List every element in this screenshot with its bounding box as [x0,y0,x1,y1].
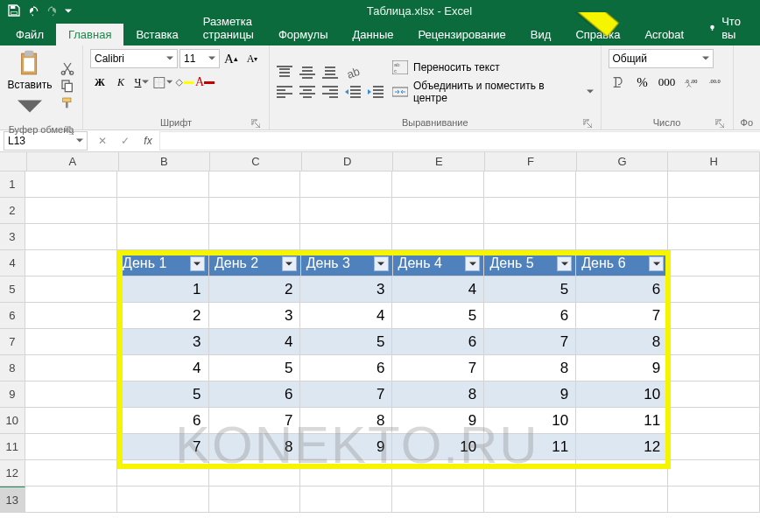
qat-customize-icon[interactable] [65,4,72,18]
italic-button[interactable]: К [111,74,130,91]
wrap-text-button[interactable]: abc Переносить текст [392,60,594,74]
filter-button[interactable] [374,256,389,271]
row-header[interactable]: 12 [0,460,25,486]
font-color-button[interactable]: A [195,74,215,91]
table-cell[interactable]: 11 [576,408,668,434]
table-cell[interactable]: 8 [209,434,301,460]
increase-font-button[interactable]: A▴ [222,50,241,67]
row-header[interactable]: 6 [0,303,25,329]
col-header[interactable]: D [302,152,394,172]
table-cell[interactable]: 2 [209,276,301,303]
row-header[interactable]: 10 [0,408,25,434]
save-icon[interactable] [7,4,21,18]
table-cell[interactable]: 5 [209,355,301,382]
col-header[interactable]: G [577,152,669,172]
tab-insert[interactable]: Вставка [123,24,190,46]
table-cell[interactable]: 8 [300,408,392,434]
table-cell[interactable]: 11 [484,434,576,460]
underline-button[interactable]: Ч [132,74,151,91]
row-header[interactable]: 8 [0,355,25,382]
format-painter-icon[interactable] [60,96,75,110]
fill-color-button[interactable] [174,74,194,91]
align-left-icon[interactable] [277,85,292,99]
row-header[interactable]: 1 [0,172,25,198]
col-header[interactable]: A [27,152,119,172]
table-cell[interactable]: 8 [392,382,484,408]
filter-button[interactable] [190,256,205,271]
table-cell[interactable]: 4 [117,355,209,382]
table-cell[interactable]: 9 [576,355,668,382]
table-cell[interactable]: 9 [392,408,484,434]
table-cell[interactable]: 10 [392,434,484,460]
table-cell[interactable]: 3 [209,303,301,329]
filter-button[interactable] [465,256,480,271]
col-header[interactable]: F [485,152,577,172]
table-cell[interactable]: 3 [117,329,209,355]
align-middle-icon[interactable] [299,66,315,80]
fx-icon[interactable]: fx [140,133,156,149]
align-top-icon[interactable] [277,66,292,80]
tab-formulas[interactable]: Формулы [266,24,341,46]
filter-button[interactable] [282,256,297,271]
filter-button[interactable] [649,256,664,271]
increase-decimal-button[interactable]: .0.00 [682,74,701,91]
table-cell[interactable]: 2 [117,303,209,329]
dialog-launcher-icon[interactable] [583,119,592,128]
table-cell[interactable]: 7 [300,382,392,408]
table-cell[interactable]: 7 [117,434,209,460]
row-header[interactable]: 5 [0,276,25,303]
increase-indent-icon[interactable] [368,85,384,99]
comma-button[interactable]: 000 [658,74,677,91]
table-cell[interactable]: 4 [392,276,484,303]
table-cell[interactable]: 12 [576,434,668,460]
table-cell[interactable]: 6 [117,408,209,434]
table-cell[interactable]: 4 [209,329,301,355]
worksheet-grid[interactable]: A B C D E F G H 1 2 3 4 День 1 День 2 Де… [0,152,760,513]
merge-center-button[interactable]: Объединить и поместить в центре [392,80,594,104]
align-bottom-icon[interactable] [322,66,338,80]
filter-button[interactable] [557,256,572,271]
row-header[interactable]: 2 [0,198,25,224]
bold-button[interactable]: Ж [90,74,109,91]
decrease-indent-icon[interactable] [345,85,361,99]
table-cell[interactable]: 7 [484,329,576,355]
col-header[interactable]: H [668,152,760,172]
accounting-format-button[interactable] [609,74,628,91]
tab-data[interactable]: Данные [341,24,406,46]
orientation-icon[interactable]: ab [345,66,361,80]
decrease-font-button[interactable]: A▾ [243,50,262,67]
row-header[interactable]: 9 [0,382,25,408]
table-cell[interactable]: 9 [300,434,392,460]
table-cell[interactable]: 7 [392,355,484,382]
tab-help[interactable]: Справка [563,24,632,46]
undo-icon[interactable] [26,4,40,18]
table-cell[interactable]: 6 [300,355,392,382]
table-cell[interactable]: 7 [576,303,668,329]
row-header[interactable]: 4 [0,250,25,276]
row-header[interactable]: 13 [0,486,25,513]
row-header[interactable]: 7 [0,329,25,355]
table-cell[interactable]: 8 [484,355,576,382]
tab-file[interactable]: Файл [4,24,56,46]
tab-review[interactable]: Рецензирование [405,24,517,46]
table-cell[interactable]: 6 [576,276,668,303]
dialog-launcher-icon[interactable] [251,119,260,128]
table-cell[interactable]: 4 [300,303,392,329]
table-cell[interactable]: 6 [484,303,576,329]
align-center-icon[interactable] [299,85,315,99]
borders-button[interactable] [153,74,172,91]
select-all-corner[interactable] [0,152,27,172]
table-cell[interactable]: 10 [576,382,668,408]
cut-icon[interactable] [60,61,75,75]
dialog-launcher-icon[interactable] [65,126,74,135]
table-cell[interactable]: 8 [576,329,668,355]
table-cell[interactable]: 7 [209,408,301,434]
copy-icon[interactable] [60,79,75,93]
table-cell[interactable]: 5 [484,276,576,303]
accept-formula-icon[interactable]: ✓ [117,133,133,149]
tab-view[interactable]: Вид [518,24,564,46]
table-cell[interactable]: 5 [117,382,209,408]
cancel-formula-icon[interactable]: ✕ [95,133,110,149]
table-cell[interactable]: 3 [300,276,392,303]
tab-home[interactable]: Главная [56,24,123,46]
